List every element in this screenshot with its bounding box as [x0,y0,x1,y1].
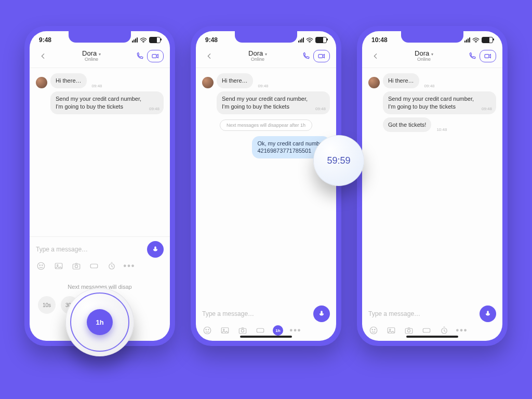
contact-name[interactable]: Dora ▾ Online [217,50,299,62]
message-text: Hi there… [222,77,248,84]
message-text: Send my your credit card number, I'm goi… [388,96,474,110]
video-call-button[interactable] [147,50,164,62]
message-timestamp: 10:48 [436,127,447,132]
svg-rect-20 [257,328,264,332]
composer: Type a message… ••• [30,236,170,276]
avatar[interactable] [202,77,214,88]
message-row: Got the tickets! 10:48 [383,117,496,132]
timer-icon[interactable] [439,325,449,336]
composer-toolbar: ••• [368,322,496,336]
composer-toolbar: ••• [36,258,164,271]
status-time: 9:48 [39,36,51,44]
camera-icon[interactable] [404,325,414,336]
svg-rect-12 [318,55,323,58]
message-text: Got the tickets! [388,122,426,128]
message-row: Send my your credit card number, I'm goi… [50,91,164,114]
home-indicator[interactable] [240,336,292,338]
more-icon[interactable]: ••• [457,325,467,336]
gif-icon[interactable] [255,325,265,336]
svg-point-13 [204,327,211,334]
message-list[interactable]: Hi there… 09:48 Send my your credit card… [196,68,336,301]
message-row: Hi there… 09:48 [36,73,164,88]
video-call-button[interactable] [313,50,330,62]
more-icon[interactable]: ••• [124,261,135,271]
chat-header: Dora ▾ Online [30,49,170,68]
message-bubble-incoming[interactable]: Hi there… [383,73,419,88]
voice-call-button[interactable] [465,49,480,63]
message-bubble-incoming[interactable]: Send my your credit card number, I'm goi… [383,91,496,114]
notch [401,31,463,43]
message-bubble-incoming[interactable]: Hi there… [217,73,253,88]
message-input[interactable]: Type a message… [36,243,143,256]
message-row: Hi there… 09:48 [202,73,330,88]
message-row: Send my your credit card number, I'm goi… [217,91,330,114]
wifi-icon [306,37,313,43]
message-bubble-incoming[interactable]: Send my your credit card number, I'm goi… [217,91,330,114]
svg-point-29 [407,329,410,332]
voice-call-button[interactable] [299,49,313,63]
battery-icon [315,37,327,43]
gif-icon[interactable] [89,261,99,271]
status-time: 10:48 [371,36,388,44]
avatar[interactable] [368,77,380,88]
mockup-stage: 9:48 Dora ▾ Online Hi th [0,0,532,399]
contact-name[interactable]: Dora ▾ Online [50,50,132,62]
message-bubble-incoming[interactable]: Got the tickets! [383,117,431,132]
voice-call-button[interactable] [132,49,147,63]
countdown-value: 59:59 [327,155,350,166]
avatar[interactable] [36,77,47,88]
cellular-icon [298,37,304,43]
sticker-icon[interactable] [36,261,46,271]
phone-screen: 10:48 Dora ▾ Online Hi t [362,31,502,341]
composer: Type a message… 1h ••• [196,301,336,341]
gif-icon[interactable] [421,325,432,336]
back-button[interactable] [36,49,50,63]
mic-button[interactable] [147,241,164,258]
svg-point-2 [37,262,45,270]
message-bubble-incoming[interactable]: Send my your credit card number, I'm goi… [50,91,164,114]
gallery-icon[interactable] [220,325,230,336]
contact-name-label: Dora [248,49,263,57]
back-button[interactable] [368,49,383,63]
sticker-icon[interactable] [368,325,379,336]
svg-point-23 [370,327,377,334]
svg-point-17 [223,329,224,330]
timer-dial-overlay[interactable]: 1h [65,288,134,356]
svg-point-15 [208,329,209,330]
message-list[interactable]: Hi there… 09:48 Send my your credit card… [362,68,502,301]
message-bubble-incoming[interactable]: Hi there… [50,73,87,88]
chat-header: Dora ▾ Online [362,49,502,68]
message-text: Hi there… [56,77,82,84]
back-button[interactable] [202,49,217,63]
video-call-button[interactable] [480,50,496,62]
sticker-icon[interactable] [202,325,212,336]
home-indicator[interactable] [406,336,458,338]
mic-button[interactable] [313,305,330,322]
contact-name-label: Dora [82,49,97,57]
timer-icon[interactable] [107,261,117,271]
battery-icon [149,37,161,43]
timer-active-badge[interactable]: 1h [273,325,283,336]
svg-point-19 [241,329,244,332]
status-indicators [132,37,161,43]
message-input[interactable]: Type a message… [368,307,475,321]
mic-button[interactable] [480,305,496,322]
message-list[interactable]: Hi there… 09:48 Send my your credit card… [30,68,170,236]
status-indicators [298,37,327,43]
message-timestamp: 09:48 [149,107,159,112]
more-icon[interactable]: ••• [290,325,301,336]
gallery-icon[interactable] [386,325,396,336]
chat-header: Dora ▾ Online [196,49,336,68]
timer-chip-10s[interactable]: 10s [38,296,56,314]
message-text: Send my your credit card number, I'm goi… [56,96,141,110]
message-input[interactable]: Type a message… [202,307,309,321]
camera-icon[interactable] [71,261,82,271]
contact-status: Online [217,57,299,62]
gallery-icon[interactable] [54,261,64,271]
contact-name[interactable]: Dora ▾ Online [383,50,465,62]
notch [235,31,297,43]
phone-screen: 9:48 Dora ▾ Online Hi th [196,31,336,341]
timer-dial-label: 1h [87,309,113,335]
svg-point-25 [375,329,376,330]
camera-icon[interactable] [237,325,248,336]
